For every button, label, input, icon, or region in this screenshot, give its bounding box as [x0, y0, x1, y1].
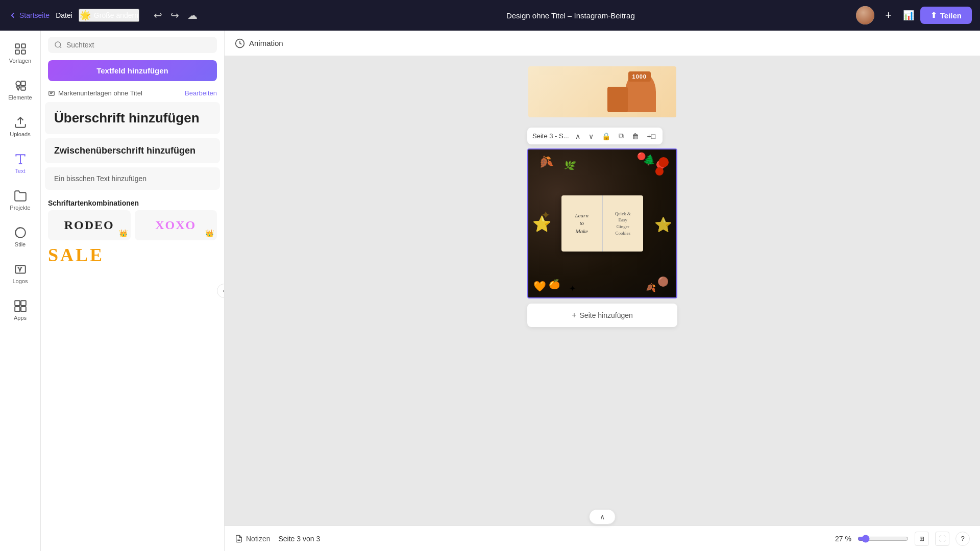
add-page-container: + Seite hinzufügen — [527, 304, 677, 327]
sidebar-item-text[interactable]: Text — [0, 145, 41, 182]
sidebar-item-projekte[interactable]: Projekte — [0, 182, 41, 218]
vorlagen-label: Vorlagen — [9, 58, 31, 64]
cinnamon-sticks: 🧡 — [533, 280, 546, 292]
page-down-button[interactable]: ∨ — [586, 131, 596, 141]
animation-icon — [235, 38, 245, 48]
share-icon: ⬆ — [930, 11, 937, 20]
collapse-pages-button[interactable]: ∧ — [589, 509, 616, 524]
canvas-page[interactable]: 🍂 🌿 🌲 🔴 🔴 ⭐ ✦ ⭐ — [527, 148, 677, 298]
notes-button[interactable]: Notizen — [235, 535, 270, 543]
star-cookie-right: ⭐ — [654, 216, 672, 233]
brand-icon — [48, 90, 55, 97]
search-input[interactable] — [66, 41, 211, 49]
zoom-level: 27 % — [835, 535, 851, 543]
red-ball-ornament — [658, 157, 669, 167]
logos-label: Logos — [13, 278, 28, 284]
sale-text: SALE — [48, 244, 217, 266]
grid-view-button[interactable]: ⊞ — [915, 532, 929, 546]
crown-icon-1: 👑 — [119, 229, 128, 237]
help-button[interactable]: ? — [955, 532, 970, 546]
page-toolbar: Seite 3 - S... ∧ ∨ 🔒 ⧉ 🗑 +□ — [527, 128, 663, 144]
sidebar-item-elemente[interactable]: Elemente — [0, 71, 41, 108]
projekte-label: Projekte — [10, 205, 30, 211]
sidebar-item-apps[interactable]: Apps — [0, 292, 41, 329]
file-link[interactable]: Datei — [56, 11, 72, 19]
hide-panel-button[interactable]: ‹ — [217, 284, 225, 298]
add-textfield-button[interactable]: Textfeld hinzufügen — [48, 60, 217, 81]
svg-rect-2 — [15, 50, 19, 54]
svg-rect-13 — [15, 307, 20, 312]
stats-button[interactable]: 📊 — [903, 10, 914, 21]
canvas-page-inner: 🍂 🌿 🌲 🔴 🔴 ⭐ ✦ ⭐ — [528, 149, 676, 297]
sidebar-item-uploads[interactable]: Uploads — [0, 108, 41, 145]
page-up-button[interactable]: ∧ — [573, 131, 582, 141]
topbar-right: + 📊 ⬆ Teilen — [856, 6, 972, 24]
bottom-bar: Notizen Seite 3 von 3 27 % ⊞ ⛶ ? — [225, 525, 980, 551]
add-collaborator-button[interactable]: + — [880, 7, 897, 23]
text-label: Text — [15, 168, 25, 174]
stile-label: Stile — [15, 241, 26, 247]
svg-rect-11 — [15, 300, 20, 306]
sidebar-item-logos[interactable]: Logos — [0, 255, 41, 292]
book-right-page: Quick & Easy Ginger Cookies — [603, 195, 644, 252]
redo-button[interactable]: ↪ — [168, 7, 181, 23]
svg-rect-0 — [15, 44, 19, 48]
text-options: Überschrift hinzufügen Zwischenüberschri… — [41, 102, 224, 194]
font-combo-xoxo[interactable]: XOXO 👑 — [135, 210, 217, 240]
svg-marker-6 — [16, 87, 20, 90]
search-input-wrap — [48, 37, 217, 53]
add-page-button[interactable]: + Seite hinzufügen — [527, 304, 677, 327]
size-label: Größe ändern — [94, 11, 138, 19]
prev-page-preview: 1000 — [528, 66, 676, 117]
star-anise: ✦ — [569, 284, 576, 293]
elemente-label: Elemente — [8, 94, 32, 101]
book-right-text: Quick & Easy Ginger Cookies — [615, 211, 631, 236]
sidebar-icons: Vorlagen Elemente Uploads Text — [0, 31, 41, 551]
add-heading-button[interactable]: Überschrift hinzufügen — [45, 102, 220, 134]
star-cookie-left2: ✦ — [541, 209, 550, 222]
collapse-pages-area: ∧ — [589, 509, 616, 524]
animation-button[interactable]: Animation — [235, 38, 283, 48]
cloud-save-button[interactable]: ☁ — [185, 7, 200, 23]
recipe-book: Learn to Make Quick & Easy Ginger Cookie… — [561, 195, 643, 252]
sidebar-item-stile[interactable]: Stile — [0, 218, 41, 255]
notes-icon — [235, 535, 243, 543]
zoom-controls: 27 % ⊞ ⛶ ? — [835, 532, 970, 546]
lock-button[interactable]: 🔒 — [600, 131, 612, 141]
add-subheading-button[interactable]: Zwischenüberschrift hinzufügen — [45, 138, 220, 163]
text-panel: Textfeld hinzufügen Markenunterlagen ohn… — [41, 31, 225, 551]
zoom-slider-wrap — [857, 535, 909, 543]
cookie-scene: 🍂 🌿 🌲 🔴 🔴 ⭐ ✦ ⭐ — [528, 149, 676, 297]
topbar-left: Startseite Datei 🌟 Größe ändern ↩ ↪ ☁ — [8, 7, 285, 23]
back-button[interactable]: Startseite — [8, 11, 50, 20]
page-indicator: Seite 3 von 3 — [278, 535, 320, 543]
cloves: 🍂 — [646, 283, 656, 292]
svg-point-15 — [55, 42, 61, 47]
canvas-scroll[interactable]: 1000 Seite 3 - S... ∧ ∨ 🔒 ⧉ 🗑 +□ — [225, 56, 980, 525]
add-body-button[interactable]: Ein bisschen Text hinzufügen — [45, 167, 220, 190]
xoxo-text: XOXO — [140, 218, 212, 232]
walnuts: 🟤 — [657, 276, 669, 287]
svg-rect-3 — [21, 50, 26, 54]
crown-icon-2: 👑 — [205, 229, 214, 237]
rodeo-text: RODEO — [53, 218, 126, 232]
page-label: Seite 3 - S... — [532, 132, 569, 140]
font-combo-grid: RODEO 👑 XOXO 👑 — [41, 210, 224, 240]
edit-link[interactable]: Bearbeiten — [185, 89, 217, 97]
delete-button[interactable]: 🗑 — [630, 131, 641, 141]
share-button[interactable]: ⬆ Teilen — [920, 7, 972, 24]
plus-icon: + — [572, 311, 576, 320]
font-combos-label: Schriftartenkombinationen — [41, 194, 224, 210]
main-layout: Vorlagen Elemente Uploads Text — [0, 31, 980, 551]
undo-button[interactable]: ↩ — [152, 7, 164, 23]
avatar[interactable] — [856, 6, 874, 24]
font-combo-rodeo[interactable]: RODEO 👑 — [48, 210, 131, 240]
size-button[interactable]: 🌟 Größe ändern — [79, 9, 139, 22]
duplicate-button[interactable]: ⧉ — [617, 131, 626, 141]
sale-section[interactable]: SALE — [41, 240, 224, 270]
sidebar-item-vorlagen[interactable]: Vorlagen — [0, 35, 41, 71]
zoom-slider[interactable] — [857, 535, 909, 543]
orange-slice: 🍊 — [549, 279, 560, 290]
add-page-toolbar-button[interactable]: +□ — [645, 131, 658, 141]
fullscreen-button[interactable]: ⛶ — [935, 532, 949, 546]
